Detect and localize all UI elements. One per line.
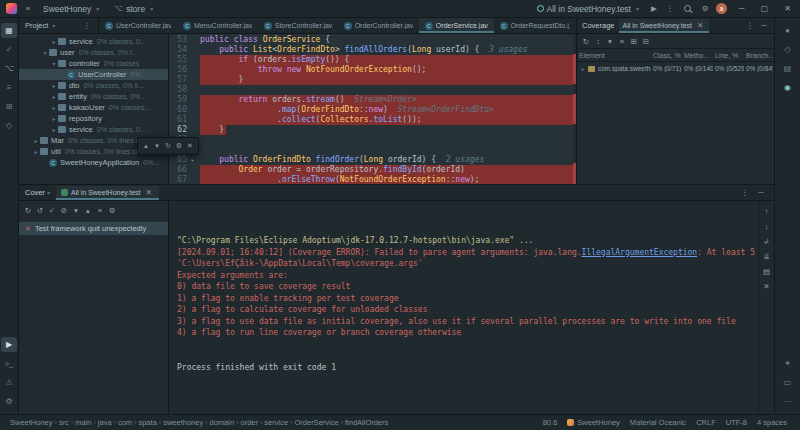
tool-window-label[interactable]: Cover▾	[25, 188, 50, 197]
tree-arrow-icon[interactable]: ▸	[579, 65, 587, 72]
code-line[interactable]: 57 }	[169, 75, 576, 85]
services-icon[interactable]: ⊞	[1, 99, 17, 114]
breadcrumb-item[interactable]: java	[96, 418, 114, 427]
code-line[interactable]: 53public class OrderService {	[169, 35, 576, 45]
run-button[interactable]: ▶	[649, 3, 659, 15]
project-panel-header[interactable]: Project ▾ ⋮	[19, 18, 99, 33]
project-tree-item[interactable]: CSweetHoneyApplication0%...	[19, 157, 168, 168]
code-line[interactable]: 58	[169, 85, 576, 95]
rerun-coverage-icon[interactable]: ↻	[164, 140, 172, 152]
tree-arrow-icon[interactable]: ▸	[50, 93, 58, 100]
generate-report-icon[interactable]: ⊟	[641, 35, 651, 47]
soft-wrap-icon[interactable]: ↲	[762, 235, 772, 247]
tree-arrow-icon[interactable]: ▸	[50, 38, 58, 45]
tree-arrow-icon[interactable]: ▸	[50, 126, 58, 133]
show-ignored-icon[interactable]: ⊘	[59, 204, 69, 216]
collapse-all-icon[interactable]: ≡	[95, 204, 105, 216]
breadcrumb-item[interactable]: domain	[208, 418, 237, 427]
scroll-end-icon[interactable]: ⇊	[762, 250, 772, 262]
project-selector[interactable]: SweetHoney▾	[39, 3, 103, 15]
close-icon[interactable]: ✕	[144, 187, 154, 199]
cursor-position[interactable]: 80:6	[538, 418, 563, 427]
project-tree-item[interactable]: ▸kakaoUser0% classes...	[19, 102, 168, 113]
more-icon[interactable]: ⋮	[745, 20, 755, 32]
more-icon[interactable]: ⋮	[82, 20, 92, 32]
code-line[interactable]: 67 .orElseThrow(NotFoundOrderException::…	[169, 175, 576, 184]
more-tools-icon[interactable]: ⋯	[780, 394, 796, 409]
exception-link[interactable]: IllegalArgumentException	[582, 248, 698, 257]
status-item[interactable]: SweetHoney	[562, 418, 625, 427]
tree-arrow-icon[interactable]: ▸	[32, 137, 40, 144]
project-tree-item[interactable]: ▸repository	[19, 113, 168, 124]
status-item[interactable]: Material Oceanic	[625, 418, 691, 427]
hide-icon[interactable]: ─	[756, 187, 766, 199]
vcs-branch-widget[interactable]: ⌥store▾	[109, 2, 157, 16]
settings-icon[interactable]: ⚙	[1, 394, 17, 409]
close-icon[interactable]: ✕	[695, 20, 705, 32]
code-line[interactable]: 65▸ public OrderFindDto findOrder(Long o…	[169, 155, 576, 165]
code-line[interactable]: 63	[169, 135, 576, 145]
flatten-packages-icon[interactable]: ≡	[617, 35, 627, 47]
code-line[interactable]: 56 throw new NotFoundOrderException();	[169, 65, 576, 75]
print-icon[interactable]: ▤	[762, 265, 772, 277]
tree-arrow-icon[interactable]: ▸	[32, 148, 40, 155]
test-result-row[interactable]: ✕ Test framework quit unexpectedly	[19, 222, 168, 235]
error-stripe[interactable]	[573, 34, 576, 184]
editor-tab[interactable]: CStoreController.java	[258, 18, 338, 33]
code-line[interactable]: 59 return orders.stream() Stream<Order>	[169, 95, 576, 105]
breadcrumb-item[interactable]: OrderService	[292, 418, 340, 427]
gradle-icon[interactable]: ◇	[780, 42, 796, 57]
editor-tab[interactable]: COrderRequestDto.j...	[494, 18, 576, 33]
expand-all-icon[interactable]: ⊞	[629, 35, 639, 47]
tree-arrow-icon[interactable]: ▸	[50, 115, 58, 122]
rerun-failed-icon[interactable]: ↺	[35, 204, 45, 216]
test-settings-icon[interactable]: ⚙	[107, 204, 117, 216]
code-line[interactable]: 64	[169, 145, 576, 155]
run-tab[interactable]: All in SweetHoney.test✕	[56, 186, 159, 200]
code-line[interactable]: 66 Order order = orderRepository.findByI…	[169, 165, 576, 175]
bookmarks-icon[interactable]: ◇	[1, 118, 17, 133]
rerun-icon[interactable]: ↻	[23, 204, 33, 216]
search-icon[interactable]	[684, 5, 691, 12]
assistant-icon[interactable]: ✶	[780, 356, 796, 371]
close-coverage-icon[interactable]: ✕	[186, 140, 194, 152]
coverage-tab[interactable]: All in SweetHoney.test✕	[619, 19, 710, 33]
tree-arrow-icon[interactable]: ▸	[50, 82, 58, 89]
run-configuration-selector[interactable]: All in SweetHoney.test▾	[533, 3, 643, 15]
coverage-row[interactable]: ▸com.spata.sweethoney0% (0/71)0% (0/140)…	[577, 62, 774, 75]
settings-icon[interactable]: ⚙	[700, 3, 710, 15]
coverage-column-header[interactable]: Metho...	[682, 52, 713, 59]
project-tree-item[interactable]: CUserController0%...	[19, 69, 168, 80]
database-icon[interactable]: ▤	[780, 61, 796, 76]
more-actions-icon[interactable]: ⋮	[665, 3, 675, 15]
minimize-button[interactable]: ─	[733, 4, 750, 13]
breadcrumb-item[interactable]: order	[238, 418, 260, 427]
code-line[interactable]: 61 .collect(Collectors.toList());	[169, 115, 576, 125]
coverage-column-header[interactable]: Line, %	[713, 52, 744, 59]
device-icon[interactable]: ▭	[780, 375, 796, 390]
down-stack-icon[interactable]: ↓	[762, 220, 772, 232]
maximize-button[interactable]: ▢	[756, 4, 773, 13]
close-button[interactable]: ✕	[779, 4, 796, 13]
navigate-icon[interactable]: ↕	[593, 35, 603, 47]
filter-icon[interactable]: ▾	[605, 35, 615, 47]
breadcrumb-item[interactable]: spata	[136, 418, 158, 427]
branch-icon[interactable]: ⌥	[1, 61, 17, 76]
code-editor[interactable]: 53public class OrderService {54 public L…	[169, 34, 576, 184]
coverage-column-header[interactable]: Branch...	[744, 52, 773, 59]
avatar[interactable]: a	[716, 3, 727, 14]
gutter-run-icon[interactable]: ▸	[191, 155, 200, 165]
project-tree-item[interactable]: ▸dto0% classes, 0% li...	[19, 80, 168, 91]
breadcrumb-item[interactable]: src	[57, 418, 71, 427]
clear-console-icon[interactable]: ✕	[762, 280, 772, 292]
breadcrumb-item[interactable]: service	[262, 418, 290, 427]
breadcrumb-item[interactable]: findAllOrders	[343, 418, 390, 427]
terminal-icon[interactable]: >_	[1, 356, 17, 371]
next-coverage-icon[interactable]: ▾	[153, 140, 161, 152]
up-stack-icon[interactable]: ↑	[762, 205, 772, 217]
code-line[interactable]: 55 if (orders.isEmpty()) {	[169, 55, 576, 65]
breadcrumb-item[interactable]: SweetHoney	[8, 418, 55, 427]
main-menu-icon[interactable]: ≡	[23, 3, 33, 15]
editor-tab[interactable]: COrderService.java	[419, 18, 494, 33]
project-icon[interactable]: ▦	[1, 23, 17, 38]
